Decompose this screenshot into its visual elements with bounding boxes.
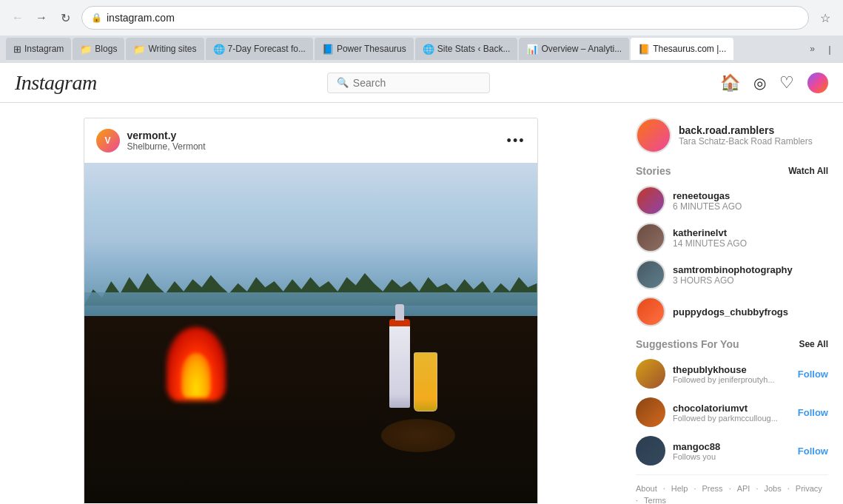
footer-link-privacy[interactable]: Privacy <box>796 484 822 493</box>
ig-logo: Instagram <box>15 71 97 95</box>
follow-button-2[interactable]: Follow <box>798 407 828 418</box>
tab-blogs[interactable]: 📁 Blogs <box>73 38 124 60</box>
story-username-2[interactable]: katherinelvt <box>673 227 828 238</box>
ig-stories-header: Stories Watch All <box>636 165 828 177</box>
suggestion-info-2: chocolatoriumvt Followed by parkmccullou… <box>673 403 790 423</box>
stories-title: Stories <box>636 165 671 177</box>
watch-all-button[interactable]: Watch All <box>788 166 828 176</box>
scene-stump <box>381 419 455 452</box>
follow-button-1[interactable]: Follow <box>798 369 828 380</box>
post-location: Shelburne, Vermont <box>127 141 206 152</box>
suggestion-avatar-3[interactable] <box>636 436 665 466</box>
tab-forecast[interactable]: 🌐 7-Day Forecast fo... <box>206 38 313 60</box>
footer-link-press[interactable]: Press <box>702 484 723 493</box>
sitestats-tab-label: Site Stats ‹ Back... <box>437 44 511 54</box>
story-info-2: katherinelvt 14 MINUTES AGO <box>673 227 828 249</box>
story-avatar-1[interactable] <box>636 186 665 215</box>
writing-tab-icon: 📁 <box>133 44 145 55</box>
tab-power-thesaurus[interactable]: 📘 Power Thesaurus <box>315 38 414 60</box>
story-avatar-2[interactable] <box>636 223 665 252</box>
thesauruscom-tab-icon: 📙 <box>638 44 650 55</box>
suggestion-avatar-2[interactable] <box>636 397 665 427</box>
address-bar-input[interactable] <box>107 12 799 24</box>
tabs-bar: ⊞ Instagram 📁 Blogs 📁 Writing sites 🌐 7-… <box>0 36 843 62</box>
story-username-1[interactable]: reneetougas <box>673 190 828 201</box>
address-bar-container[interactable]: 🔒 <box>81 6 809 30</box>
footer-sep-2: · <box>693 484 696 493</box>
ig-nav-icons: 🏠 ◎ ♡ <box>720 73 828 93</box>
suggestion-name-1[interactable]: thepublykhouse <box>673 364 790 375</box>
ig-search-bar[interactable]: 🔍 <box>327 73 490 93</box>
see-all-button[interactable]: See All <box>799 339 828 349</box>
blogs-tab-label: Blogs <box>95 44 117 54</box>
footer-sep-5: · <box>787 484 790 493</box>
back-button[interactable]: ← <box>7 7 28 28</box>
fire-inner <box>181 353 211 397</box>
footer-link-api[interactable]: API <box>737 484 750 493</box>
tab-thesauruscom[interactable]: 📙 Thesaurus.com |... <box>631 38 733 60</box>
suggested-account-name[interactable]: back.road.ramblers <box>679 124 828 136</box>
tab-analytics[interactable]: 📊 Overview – Analyti... <box>519 38 629 60</box>
tab-sitestats[interactable]: 🌐 Site Stats ‹ Back... <box>415 38 518 60</box>
sidebar-toggle-button[interactable]: | <box>822 40 837 58</box>
story-time-2: 14 MINUTES AGO <box>673 238 828 249</box>
avatar[interactable] <box>807 73 828 93</box>
story-item-4: puppydogs_chubbyfrogs <box>636 297 828 326</box>
suggestion-detail-3: Follows you <box>673 452 790 461</box>
compass-icon[interactable]: ◎ <box>753 74 766 92</box>
search-icon: 🔍 <box>337 77 349 88</box>
follow-button-3[interactable]: Follow <box>798 446 828 457</box>
post-username[interactable]: vermont.y <box>127 130 206 141</box>
suggestion-info-1: thepublykhouse Followed by jeniferprouty… <box>673 364 790 384</box>
blogs-tab-icon: 📁 <box>80 44 92 55</box>
apps-tab-icon: ⊞ <box>13 44 21 55</box>
suggestions-title: Suggestions For You <box>636 338 739 350</box>
tabs-overflow-button[interactable]: » <box>807 44 818 54</box>
story-info-4: puppydogs_chubbyfrogs <box>673 306 828 317</box>
footer-link-jobs[interactable]: Jobs <box>764 484 781 493</box>
suggestion-name-2[interactable]: chocolatoriumvt <box>673 403 790 414</box>
suggestion-item-1: thepublykhouse Followed by jeniferprouty… <box>636 359 828 389</box>
story-username-3[interactable]: samtrombinophotography <box>673 264 828 275</box>
ig-post-user-info: vermont.y Shelburne, Vermont <box>127 130 206 152</box>
suggestion-name-3[interactable]: mangoc88 <box>673 441 790 452</box>
writing-tab-label: Writing sites <box>148 44 196 54</box>
footer-link-about[interactable]: About <box>636 484 657 493</box>
footer-link-terms[interactable]: Terms <box>644 496 666 504</box>
story-item-1: reneetougas 6 MINUTES AGO <box>636 186 828 215</box>
nav-buttons: ← → ↻ <box>7 7 75 28</box>
ig-header: Instagram 🔍 🏠 ◎ ♡ <box>0 63 843 103</box>
powerthesaurus-tab-label: Power Thesaurus <box>337 44 406 54</box>
tab-apps[interactable]: ⊞ Instagram <box>6 38 71 60</box>
story-avatar-3[interactable] <box>636 260 665 289</box>
forecast-tab-label: 7-Day Forecast fo... <box>228 44 306 54</box>
story-info-1: reneetougas 6 MINUTES AGO <box>673 190 828 212</box>
footer-link-help[interactable]: Help <box>671 484 688 493</box>
analytics-tab-icon: 📊 <box>526 44 538 55</box>
story-username-4[interactable]: puppydogs_chubbyfrogs <box>673 306 828 317</box>
suggestion-item-3: mangoc88 Follows you Follow <box>636 436 828 466</box>
ig-suggestions-header: Suggestions For You See All <box>636 338 828 350</box>
forward-button[interactable]: → <box>31 7 52 28</box>
suggested-account-avatar[interactable] <box>636 118 671 153</box>
suggestion-detail-1: Followed by jeniferproutyh... <box>673 375 790 384</box>
ig-account-info: back.road.ramblers Tara Schatz-Back Road… <box>679 124 828 147</box>
ig-post-user: V vermont.y Shelburne, Vermont <box>96 129 206 152</box>
story-avatar-4[interactable] <box>636 297 665 326</box>
reload-button[interactable]: ↻ <box>55 7 75 28</box>
lock-icon: 🔒 <box>91 13 102 23</box>
post-user-avatar[interactable]: V <box>96 129 120 152</box>
suggestion-avatar-1[interactable] <box>636 359 665 389</box>
home-icon[interactable]: 🏠 <box>720 73 740 93</box>
browser-toolbar: ← → ↻ 🔒 ☆ <box>0 0 843 36</box>
ig-post: V vermont.y Shelburne, Vermont ••• <box>84 118 538 504</box>
browser-chrome: ← → ↻ 🔒 ☆ ⊞ Instagram 📁 Blogs 📁 Writing … <box>0 0 843 63</box>
tab-writing-sites[interactable]: 📁 Writing sites <box>126 38 204 60</box>
suggestion-item-2: chocolatoriumvt Followed by parkmccullou… <box>636 397 828 427</box>
heart-icon[interactable]: ♡ <box>779 73 794 93</box>
bookmark-star-button[interactable]: ☆ <box>815 7 836 28</box>
post-more-button[interactable]: ••• <box>507 133 525 149</box>
search-input[interactable] <box>353 77 471 89</box>
suggested-account-subtitle: Tara Schatz-Back Road Ramblers <box>679 136 828 147</box>
sitestats-tab-icon: 🌐 <box>423 44 434 55</box>
